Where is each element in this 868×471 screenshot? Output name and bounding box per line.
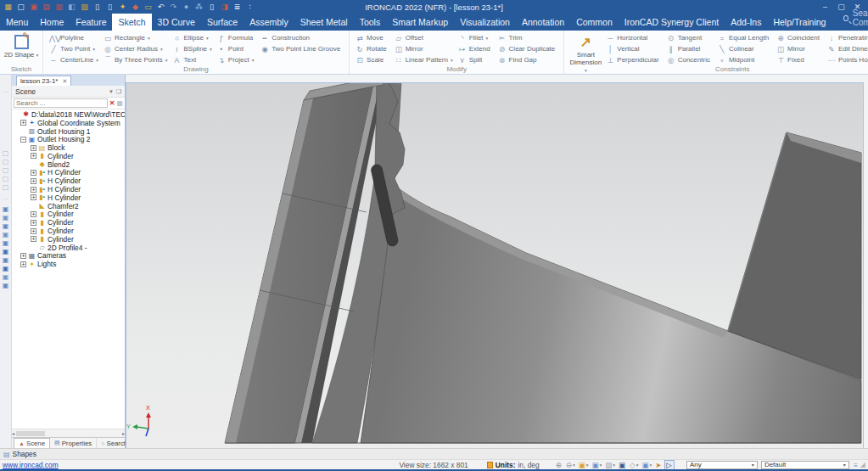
horizontal-scrollbar[interactable]: ◂ ▸ — [12, 429, 125, 437]
ribbon-item[interactable]: ↓ Penetrating Point — [825, 32, 868, 43]
maximize-button[interactable]: ▢ — [834, 3, 848, 11]
ribbon-item[interactable]: ≀ BSpline ▾ — [170, 43, 214, 54]
tree-item[interactable]: + ▮ H Cylinder — [12, 169, 125, 177]
ribbon-item[interactable]: ○ Ellipse ▾ — [170, 32, 214, 43]
qat-icon[interactable]: ▢ — [16, 3, 25, 12]
network-icon[interactable]: ≡ — [854, 461, 858, 469]
tree-item[interactable]: + ▮ Cylinder — [12, 218, 125, 227]
menu-tab[interactable]: Help/Training — [767, 14, 832, 31]
dropdown-caret-icon[interactable]: ▾ — [649, 463, 652, 468]
qat-icon[interactable]: ▯ — [207, 3, 216, 12]
ribbon-item[interactable]: ◫ Mirror — [774, 43, 825, 54]
strip-handle[interactable]: ⋯ — [3, 88, 8, 94]
tree-item[interactable]: + ▮ Cylinder — [12, 227, 125, 235]
ribbon-item[interactable]: ─ Horizontal — [603, 32, 664, 43]
ribbon-item[interactable]: ⊚ Find Gap — [496, 54, 561, 65]
tree-expander[interactable]: + — [31, 187, 36, 193]
ribbon-big-button[interactable]: 2D Shape ▾ — [3, 32, 39, 59]
menu-tab[interactable]: Common — [570, 14, 619, 31]
tree-item[interactable]: ◆ Blend2 — [12, 160, 125, 169]
scene-search-input[interactable] — [14, 98, 108, 108]
catalog-cube-icon[interactable]: ▢ — [3, 175, 9, 182]
tree-expander[interactable]: + — [20, 253, 26, 259]
qat-icon[interactable]: ◆ — [131, 3, 140, 12]
tree-item[interactable]: ✱ D:\data\2018 NEW\Word\TECH-NET — [12, 110, 125, 119]
ribbon-item[interactable]: ƒ Formula — [215, 32, 258, 43]
tree-item[interactable]: + ▮ Cylinder — [12, 210, 125, 219]
qat-icon[interactable]: ↶ — [156, 3, 165, 12]
catalog-cube-icon[interactable]: ▣ — [3, 265, 9, 272]
ribbon-item[interactable]: ✂ Trim — [496, 32, 561, 43]
menu-tab[interactable]: Feature — [70, 14, 112, 31]
panel-tab[interactable]: ▤ Properties — [50, 438, 97, 448]
catalog-cube-icon[interactable]: ▢ — [3, 149, 9, 157]
menu-tab[interactable]: Smart Markup — [386, 14, 454, 31]
tree-expander[interactable]: + — [20, 120, 26, 126]
units-value[interactable]: in, deg — [518, 461, 540, 469]
qat-icon[interactable]: ▣ — [29, 3, 38, 12]
tree-item[interactable]: + ▦ Cameras — [12, 252, 125, 261]
tree-item[interactable]: + ✦ Lights — [12, 260, 125, 268]
tree-expander[interactable]: + — [31, 153, 36, 159]
tree-item[interactable]: + ▮ Cylinder — [12, 152, 125, 160]
ribbon-item[interactable]: ▱ Offset — [392, 32, 456, 43]
fly-mode-icon[interactable]: ➤ — [654, 461, 663, 469]
menu-tab[interactable]: Sketch — [112, 14, 151, 31]
ribbon-item[interactable]: ⋎ Split — [456, 54, 496, 65]
qat-icon[interactable]: ◧ — [67, 3, 76, 12]
panel-pin-icon[interactable]: ❏ — [116, 88, 121, 95]
qat-icon[interactable]: ∶ — [245, 3, 255, 12]
ribbon-item[interactable]: ╲ Colinear — [715, 43, 774, 54]
blue-cube-icon[interactable]: ▣ ▾ — [591, 461, 602, 469]
ribbon-item[interactable]: ↻ Rotate — [353, 43, 392, 54]
ribbon-item[interactable]: ╌ CenterLine ▾ — [47, 54, 101, 65]
menu-tab[interactable]: Tools — [354, 14, 387, 31]
ribbon-item[interactable]: • Point — [215, 43, 258, 54]
ribbon-item[interactable]: = Equal Length — [715, 32, 774, 43]
ribbon-item[interactable]: │ Vertical — [603, 43, 664, 54]
ribbon-item[interactable]: ✎ Edit Dimension — [825, 43, 868, 54]
scroll-left-icon[interactable]: ◂ — [12, 430, 14, 436]
ribbon-item[interactable]: ⋀⋁ Polyline — [47, 32, 101, 43]
ribbon-item[interactable]: ⇄ Move — [353, 32, 392, 43]
tree-item[interactable]: + ▮ H Cylinder — [12, 185, 125, 193]
tree-item[interactable]: + ▤ Block — [12, 143, 125, 152]
tree-expander[interactable]: − — [20, 137, 26, 143]
minimize-button[interactable]: – — [818, 3, 832, 11]
tree-expander[interactable]: + — [31, 220, 36, 226]
menu-tab[interactable]: Assembly — [244, 14, 294, 31]
catalog-cube-icon[interactable]: ▣ — [3, 248, 9, 255]
resize-grip[interactable]: ◢ — [860, 461, 865, 468]
qat-icon[interactable]: ◨ — [220, 3, 229, 12]
dropdown-caret-icon[interactable]: ▾ — [586, 463, 589, 468]
orange-cube-icon[interactable]: ▣ ▾ — [578, 461, 590, 469]
catalog-cube-icon[interactable]: ▣ — [3, 214, 9, 221]
dropdown-caret-icon[interactable]: ▾ — [573, 463, 575, 468]
menu-tab[interactable]: Home — [34, 14, 70, 31]
catalog-cube-icon[interactable]: ▢ — [3, 183, 9, 191]
command-search[interactable]: Search Commands... — [843, 8, 868, 31]
scroll-right-icon[interactable]: ▸ — [122, 430, 125, 436]
ribbon-item[interactable]: ◉ Two Point Line Groove — [258, 43, 345, 54]
zoom-out-icon[interactable]: ⊖ ▾ — [565, 461, 576, 469]
ribbon-item[interactable]: ⊤ Fixed — [774, 54, 825, 65]
qat-icon[interactable]: ✦ — [118, 3, 127, 12]
perspective-icon[interactable]: ◇ ▾ — [629, 461, 639, 469]
menu-tab[interactable]: Add-Ins — [725, 14, 767, 31]
ribbon-item[interactable]: ⊙ Tangent — [664, 32, 715, 43]
ribbon-item[interactable]: ◎ Concentric — [664, 54, 715, 65]
selection-filter-dropdown[interactable]: Any ▾ — [686, 461, 758, 469]
shaded-cube-icon[interactable]: ▣ ▾ — [641, 461, 652, 469]
qat-icon[interactable]: ⁂ — [194, 3, 204, 12]
panel-collapse-icon[interactable]: ▾ — [109, 88, 113, 95]
ribbon-item[interactable]: ⊘ Clear Duplicate — [496, 43, 561, 54]
qat-icon[interactable]: ▥ — [54, 3, 64, 12]
qat-icon[interactable]: ▤ — [42, 3, 51, 12]
tree-item[interactable]: ◣ Chamfer2 — [12, 202, 125, 210]
menu-tab[interactable]: Visualization — [454, 14, 516, 31]
ironcad-link[interactable]: www.ironcad.com — [3, 461, 59, 469]
ribbon-item[interactable]: ∥ Parallel — [664, 43, 715, 54]
document-close-icon[interactable]: ✕ — [62, 78, 67, 85]
ribbon-item[interactable]: ⊡ Scale — [353, 54, 392, 65]
menu-tab[interactable]: 3D Curve — [152, 14, 201, 31]
